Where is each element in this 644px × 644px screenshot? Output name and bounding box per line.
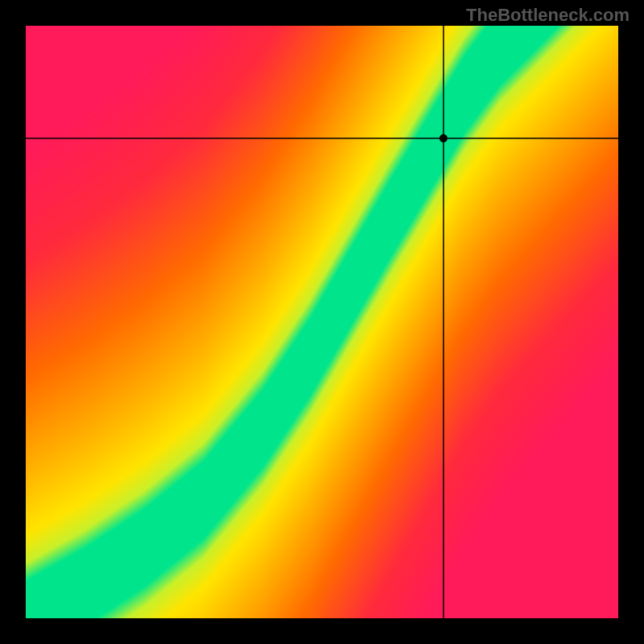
watermark-text: TheBottleneck.com: [466, 5, 630, 26]
heatmap-canvas: [0, 0, 644, 644]
bottleneck-heatmap-chart: TheBottleneck.com: [0, 0, 644, 644]
